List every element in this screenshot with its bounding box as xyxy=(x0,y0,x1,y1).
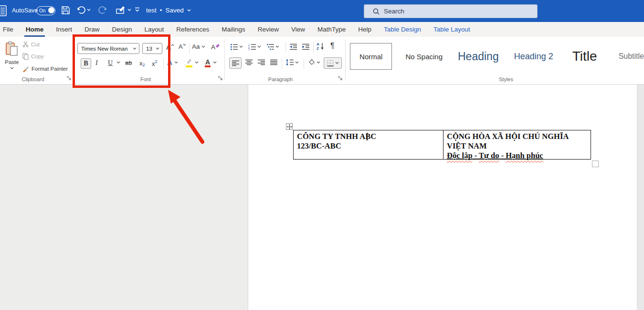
font-size-combo[interactable]: 13 xyxy=(142,43,162,54)
tab-references[interactable]: References xyxy=(170,22,215,37)
pen-tool-button[interactable] xyxy=(116,6,131,14)
search-icon xyxy=(373,8,380,15)
titlebar: AutoSave On test • Saved xyxy=(0,0,644,22)
word-app-icon[interactable] xyxy=(0,5,7,19)
redo-button[interactable] xyxy=(98,6,107,14)
chevron-down-icon xyxy=(174,61,178,64)
shading-button[interactable] xyxy=(307,59,320,66)
align-center-button[interactable] xyxy=(245,59,253,65)
tab-home[interactable]: Home xyxy=(20,22,50,37)
tab-mailings[interactable]: Mailings xyxy=(215,22,252,37)
quick-access-toolbar-button[interactable] xyxy=(135,7,140,12)
style-heading[interactable]: Heading xyxy=(458,50,499,63)
tab-help[interactable]: Help xyxy=(352,22,378,37)
national-motto-line3: Độc lập - Tự do - Hạnh phúc xyxy=(447,151,588,160)
style-normal[interactable]: Normal xyxy=(350,43,392,70)
grow-font-button[interactable]: A xyxy=(166,43,174,51)
tab-design[interactable]: Design xyxy=(106,22,138,37)
strikethrough-button[interactable]: ab xyxy=(125,59,132,66)
align-right-button[interactable] xyxy=(258,59,265,65)
sort-button[interactable]: AZ xyxy=(317,42,324,51)
document-title-menu[interactable]: test • Saved xyxy=(146,7,191,14)
chevron-down-icon xyxy=(10,67,14,70)
table-resize-handle[interactable] xyxy=(592,160,599,167)
style-heading-2[interactable]: Heading 2 xyxy=(514,52,553,62)
tab-insert[interactable]: Insert xyxy=(50,22,78,37)
multilevel-list-button[interactable] xyxy=(266,43,279,50)
decrease-indent-icon xyxy=(289,43,297,50)
copy-button[interactable]: Copy xyxy=(22,53,44,60)
clear-formatting-button[interactable]: A xyxy=(211,43,220,51)
bullets-button[interactable] xyxy=(230,43,243,50)
font-color-icon: A xyxy=(204,58,211,67)
increase-indent-icon xyxy=(302,43,310,50)
autosave-toggle[interactable]: On xyxy=(36,6,55,15)
line-spacing-button[interactable] xyxy=(285,59,299,66)
save-icon[interactable] xyxy=(61,6,70,15)
ribbon: Paste Cut Copy Format Painter Clipboard … xyxy=(0,37,644,85)
tab-table-layout[interactable]: Table Layout xyxy=(427,22,476,37)
font-color-button[interactable]: A xyxy=(204,58,217,67)
svg-text:3: 3 xyxy=(248,48,250,50)
sort-icon: AZ xyxy=(317,42,319,51)
bold-button[interactable]: B xyxy=(81,58,91,69)
chevron-down-icon xyxy=(195,61,199,64)
style-no-spacing[interactable]: No Spacing xyxy=(405,53,443,61)
table-move-handle[interactable] xyxy=(286,123,293,130)
bullets-icon xyxy=(230,43,238,50)
style-title[interactable]: Title xyxy=(572,49,597,64)
chevron-down-icon xyxy=(133,47,137,50)
font-colorbar xyxy=(205,65,211,67)
tab-file[interactable]: File xyxy=(0,22,20,37)
font-dialog-launcher[interactable] xyxy=(218,76,223,82)
table-cell-company[interactable]: CÔNG TY TNHH ABC 123/BC-ABC xyxy=(294,130,443,159)
vertical-scrollbar[interactable] xyxy=(637,85,644,310)
chevron-down-icon xyxy=(239,45,243,48)
underline-button[interactable]: U xyxy=(108,59,113,67)
undo-button[interactable] xyxy=(76,6,91,14)
tab-mathtype[interactable]: MathType xyxy=(311,22,352,37)
tab-layout[interactable]: Layout xyxy=(138,22,170,37)
word-window: AutoSave On test • Saved xyxy=(0,0,644,310)
style-subtitle[interactable]: Subtitle xyxy=(619,52,644,61)
format-painter-button[interactable]: Format Painter xyxy=(22,65,68,72)
borders-button[interactable] xyxy=(324,57,342,69)
paste-button[interactable]: Paste xyxy=(2,41,22,78)
superscript-button[interactable]: x2 xyxy=(152,59,158,68)
justify-button[interactable] xyxy=(270,59,277,65)
highlight-color-button[interactable] xyxy=(185,58,199,67)
clipboard-dialog-launcher[interactable] xyxy=(67,76,72,82)
numbering-button[interactable]: 123 xyxy=(248,43,261,50)
search-input[interactable]: Search xyxy=(364,4,538,18)
chevron-down-icon xyxy=(257,45,261,48)
tab-table-design[interactable]: Table Design xyxy=(378,22,427,37)
toggle-knob xyxy=(48,7,54,13)
paragraph-group-label: Paragraph xyxy=(253,76,308,82)
cut-button[interactable]: Cut xyxy=(22,41,40,47)
text-effects-button[interactable]: A xyxy=(167,58,178,66)
text-cursor xyxy=(367,133,368,140)
chevron-down-icon xyxy=(156,47,159,50)
chevron-down-icon xyxy=(335,62,339,64)
align-left-button[interactable] xyxy=(229,57,242,69)
national-motto-line2: VIỆT NAM xyxy=(447,141,588,151)
increase-indent-button[interactable] xyxy=(302,43,310,50)
italic-button[interactable]: I xyxy=(95,59,98,67)
underline-options-chevron[interactable] xyxy=(116,61,120,64)
subscript-button[interactable]: x2 xyxy=(139,59,145,67)
tab-review[interactable]: Review xyxy=(252,22,285,37)
chevron-down-icon xyxy=(275,45,279,48)
show-hide-pilcrow-button[interactable]: ¶ xyxy=(330,42,335,50)
highlighter-icon xyxy=(185,58,193,67)
shrink-font-button[interactable]: A xyxy=(179,43,186,50)
document-page[interactable]: CÔNG TY TNHH ABC 123/BC-ABC CỘNG HÒA XÃ … xyxy=(248,85,637,310)
tab-view[interactable]: View xyxy=(285,22,311,37)
paragraph-dialog-launcher[interactable] xyxy=(338,76,343,82)
tab-draw[interactable]: Draw xyxy=(78,22,106,37)
decrease-indent-button[interactable] xyxy=(289,43,297,50)
save-status: Saved xyxy=(166,7,184,14)
chevron-down-icon xyxy=(201,45,205,48)
change-case-button[interactable]: Aa xyxy=(192,43,205,50)
table-cell-national[interactable]: CỘNG HÒA XÃ HỘI CHỦ NGHĨA VIỆT NAM Độc l… xyxy=(443,130,591,159)
font-name-combo[interactable]: Times New Roman xyxy=(77,43,139,54)
